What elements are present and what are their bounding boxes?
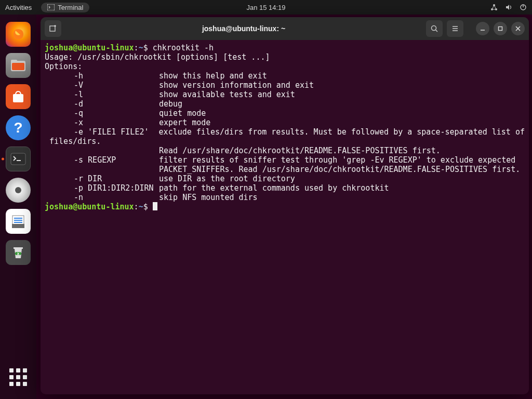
activities-button[interactable]: Activities <box>5 4 32 11</box>
minimize-button[interactable] <box>476 22 489 35</box>
app-menu[interactable]: Terminal <box>41 3 89 12</box>
svg-point-24 <box>432 26 436 31</box>
svg-rect-10 <box>13 94 23 102</box>
maximize-icon <box>498 26 503 31</box>
terminal-line: -r DIRuse DIR as the root directory <box>45 174 525 183</box>
terminal-line: -lshow available tests and exit <box>45 90 525 99</box>
terminal-line: -e 'FILE1 FILE2'exclude files/dirs from … <box>45 127 525 137</box>
gnome-topbar: Activities Terminal Jan 15 14:19 <box>0 0 532 15</box>
terminal-line: Read /usr/share/doc/chkrootkit/README.FA… <box>45 146 525 155</box>
cursor <box>153 202 157 210</box>
app-menu-label: Terminal <box>58 4 83 11</box>
svg-rect-9 <box>12 63 24 70</box>
dock-files[interactable] <box>6 53 31 78</box>
help-icon: ? <box>14 119 22 136</box>
power-icon[interactable] <box>520 4 527 11</box>
dock-texteditor[interactable] <box>6 209 31 234</box>
files-icon <box>10 59 26 72</box>
terminal-line: files/dirs. <box>45 137 525 146</box>
menu-button[interactable] <box>447 20 463 37</box>
titlebar: joshua@ubuntu-linux: ~ <box>41 17 529 40</box>
terminal-line: PACKET_SNIFFERs. Read /usr/share/doc/chk… <box>45 165 525 174</box>
dock-trash[interactable] <box>6 240 31 265</box>
terminal-line: -Vshow version information and exit <box>45 81 525 90</box>
terminal-line: -s REGEXPfilter results of sniffer test … <box>45 155 525 165</box>
show-applications[interactable] <box>6 365 31 390</box>
terminal-icon <box>47 4 55 10</box>
terminal-line: -p DIR1:DIR2:DIRNpath for the external c… <box>45 183 525 193</box>
firefox-icon <box>10 26 26 42</box>
svg-rect-30 <box>499 27 502 31</box>
search-icon <box>430 24 438 33</box>
window-title: joshua@ubuntu-linux: ~ <box>65 24 422 33</box>
new-tab-button[interactable] <box>45 20 61 37</box>
new-tab-icon <box>49 24 57 33</box>
dock-firefox[interactable] <box>6 22 31 47</box>
svg-rect-21 <box>50 26 55 31</box>
volume-icon[interactable] <box>505 4 512 11</box>
terminal-window: joshua@ubuntu-linux: ~ joshua@ubuntu-lin… <box>41 17 529 394</box>
dock-terminal[interactable] <box>6 147 31 171</box>
svg-line-25 <box>436 30 438 32</box>
dock-software[interactable] <box>6 84 31 109</box>
disc-icon <box>15 187 21 193</box>
maximize-button[interactable] <box>494 22 507 35</box>
clock[interactable]: Jan 15 14:19 <box>246 4 285 11</box>
search-button[interactable] <box>426 20 443 37</box>
texteditor-icon <box>10 214 26 229</box>
terminal-line: Usage: /usr/sbin/chkrootkit [options] [t… <box>45 52 525 62</box>
terminal-line: -qquiet mode <box>45 109 525 118</box>
minimize-icon <box>480 26 485 31</box>
terminal-line: -xexpert mode <box>45 118 525 127</box>
svg-rect-17 <box>12 224 24 228</box>
terminal-body[interactable]: joshua@ubuntu-linux:~$ chkrootkit -hUsag… <box>41 40 529 215</box>
terminal-line: joshua@ubuntu-linux:~$ <box>45 202 525 211</box>
svg-rect-11 <box>11 153 25 165</box>
dock-help[interactable]: ? <box>6 115 31 140</box>
svg-rect-18 <box>14 247 23 249</box>
terminal-line: -hshow this help and exit <box>45 71 525 81</box>
svg-rect-0 <box>47 4 55 10</box>
close-button[interactable] <box>511 22 525 35</box>
terminal-line: joshua@ubuntu-linux:~$ chkrootkit -h <box>45 43 525 52</box>
trash-icon <box>11 245 25 260</box>
dock-disc[interactable] <box>6 178 31 203</box>
dock: ? <box>0 15 36 399</box>
terminal-app-icon <box>10 153 26 165</box>
close-icon <box>515 26 521 31</box>
shopping-bag-icon <box>10 90 26 103</box>
hamburger-icon <box>451 24 459 33</box>
svg-rect-8 <box>11 60 17 63</box>
network-icon[interactable] <box>490 4 498 11</box>
terminal-line: -nskip NFS mounted dirs <box>45 193 525 202</box>
terminal-line: -ddebug <box>45 99 525 109</box>
terminal-line: Options: <box>45 62 525 71</box>
